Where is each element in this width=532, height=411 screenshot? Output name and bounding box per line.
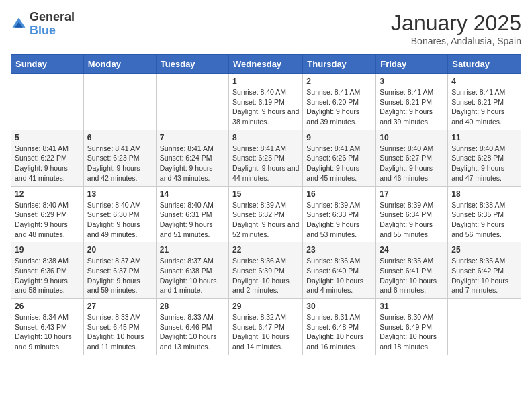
calendar-cell: 12Sunrise: 8:40 AM Sunset: 6:29 PM Dayli… [11, 186, 84, 242]
page-header: General Blue January 2025 Bonares, Andal… [11, 11, 521, 46]
day-info: Sunrise: 8:35 AM Sunset: 6:42 PM Dayligh… [451, 256, 517, 295]
logo-icon [11, 16, 27, 32]
weekday-header: Friday [376, 55, 448, 74]
day-info: Sunrise: 8:36 AM Sunset: 6:39 PM Dayligh… [232, 256, 299, 295]
weekday-header: Saturday [448, 55, 521, 74]
day-info: Sunrise: 8:41 AM Sunset: 6:20 PM Dayligh… [306, 87, 372, 127]
day-number: 12 [15, 189, 80, 199]
day-info: Sunrise: 8:40 AM Sunset: 6:31 PM Dayligh… [160, 200, 225, 240]
calendar-cell [156, 74, 228, 130]
day-number: 10 [380, 133, 444, 142]
calendar-cell: 4Sunrise: 8:41 AM Sunset: 6:21 PM Daylig… [448, 74, 521, 130]
day-number: 26 [15, 302, 80, 311]
day-info: Sunrise: 8:39 AM Sunset: 6:32 PM Dayligh… [232, 200, 299, 240]
calendar-week-row: 26Sunrise: 8:34 AM Sunset: 6:43 PM Dayli… [11, 299, 521, 355]
day-info: Sunrise: 8:38 AM Sunset: 6:36 PM Dayligh… [15, 256, 80, 295]
day-info: Sunrise: 8:31 AM Sunset: 6:48 PM Dayligh… [306, 312, 372, 352]
day-info: Sunrise: 8:40 AM Sunset: 6:29 PM Dayligh… [15, 200, 80, 240]
day-number: 5 [15, 133, 80, 142]
calendar-cell: 27Sunrise: 8:33 AM Sunset: 6:45 PM Dayli… [83, 299, 156, 355]
calendar-cell: 24Sunrise: 8:35 AM Sunset: 6:41 PM Dayli… [376, 242, 448, 299]
day-number: 3 [380, 77, 444, 86]
logo-text: General Blue [30, 11, 75, 38]
day-number: 1 [232, 77, 299, 86]
day-info: Sunrise: 8:37 AM Sunset: 6:38 PM Dayligh… [160, 256, 225, 295]
title-block: January 2025 Bonares, Andalusia, Spain [391, 11, 521, 46]
day-info: Sunrise: 8:41 AM Sunset: 6:26 PM Dayligh… [306, 144, 372, 183]
calendar-cell: 6Sunrise: 8:41 AM Sunset: 6:23 PM Daylig… [83, 130, 156, 186]
month-title: January 2025 [391, 11, 521, 36]
logo: General Blue [11, 11, 75, 38]
calendar-cell: 26Sunrise: 8:34 AM Sunset: 6:43 PM Dayli… [11, 299, 84, 355]
day-number: 11 [451, 133, 517, 142]
weekday-header: Tuesday [156, 55, 228, 74]
location: Bonares, Andalusia, Spain [391, 36, 521, 46]
calendar-week-row: 1Sunrise: 8:40 AM Sunset: 6:19 PM Daylig… [11, 74, 521, 130]
calendar-cell [83, 74, 156, 130]
day-number: 8 [232, 133, 299, 142]
day-number: 18 [451, 189, 517, 199]
weekday-header-row: SundayMondayTuesdayWednesdayThursdayFrid… [11, 55, 521, 74]
calendar-week-row: 19Sunrise: 8:38 AM Sunset: 6:36 PM Dayli… [11, 242, 521, 299]
day-info: Sunrise: 8:41 AM Sunset: 6:24 PM Dayligh… [160, 144, 225, 183]
calendar-cell: 8Sunrise: 8:41 AM Sunset: 6:25 PM Daylig… [229, 130, 303, 186]
calendar-cell: 18Sunrise: 8:38 AM Sunset: 6:35 PM Dayli… [448, 186, 521, 242]
day-info: Sunrise: 8:40 AM Sunset: 6:30 PM Dayligh… [87, 200, 152, 240]
day-info: Sunrise: 8:41 AM Sunset: 6:21 PM Dayligh… [451, 87, 517, 127]
calendar-cell: 25Sunrise: 8:35 AM Sunset: 6:42 PM Dayli… [448, 242, 521, 299]
calendar-cell: 16Sunrise: 8:39 AM Sunset: 6:33 PM Dayli… [303, 186, 376, 242]
calendar-cell: 7Sunrise: 8:41 AM Sunset: 6:24 PM Daylig… [156, 130, 228, 186]
calendar-cell: 22Sunrise: 8:36 AM Sunset: 6:39 PM Dayli… [229, 242, 303, 299]
day-info: Sunrise: 8:33 AM Sunset: 6:45 PM Dayligh… [87, 312, 152, 352]
day-number: 27 [87, 302, 152, 311]
calendar-cell: 13Sunrise: 8:40 AM Sunset: 6:30 PM Dayli… [83, 186, 156, 242]
day-info: Sunrise: 8:33 AM Sunset: 6:46 PM Dayligh… [160, 312, 225, 352]
day-info: Sunrise: 8:40 AM Sunset: 6:19 PM Dayligh… [232, 87, 299, 127]
calendar-cell: 21Sunrise: 8:37 AM Sunset: 6:38 PM Dayli… [156, 242, 228, 299]
day-number: 23 [306, 245, 372, 255]
day-info: Sunrise: 8:41 AM Sunset: 6:22 PM Dayligh… [15, 144, 80, 183]
day-number: 4 [451, 77, 517, 86]
day-number: 2 [306, 77, 372, 86]
day-number: 28 [160, 302, 225, 311]
day-number: 17 [380, 189, 444, 199]
day-number: 20 [87, 245, 152, 255]
calendar-week-row: 5Sunrise: 8:41 AM Sunset: 6:22 PM Daylig… [11, 130, 521, 186]
day-info: Sunrise: 8:32 AM Sunset: 6:47 PM Dayligh… [232, 312, 299, 352]
calendar-cell [11, 74, 84, 130]
calendar-cell: 29Sunrise: 8:32 AM Sunset: 6:47 PM Dayli… [229, 299, 303, 355]
day-number: 22 [232, 245, 299, 255]
calendar-cell: 19Sunrise: 8:38 AM Sunset: 6:36 PM Dayli… [11, 242, 84, 299]
calendar-cell: 11Sunrise: 8:40 AM Sunset: 6:28 PM Dayli… [448, 130, 521, 186]
calendar-cell [448, 299, 521, 355]
day-number: 25 [451, 245, 517, 255]
day-number: 19 [15, 245, 80, 255]
calendar-cell: 10Sunrise: 8:40 AM Sunset: 6:27 PM Dayli… [376, 130, 448, 186]
day-number: 29 [232, 302, 299, 311]
day-number: 7 [160, 133, 225, 142]
calendar-cell: 17Sunrise: 8:39 AM Sunset: 6:34 PM Dayli… [376, 186, 448, 242]
calendar-cell: 5Sunrise: 8:41 AM Sunset: 6:22 PM Daylig… [11, 130, 84, 186]
day-info: Sunrise: 8:34 AM Sunset: 6:43 PM Dayligh… [15, 312, 80, 352]
calendar-cell: 28Sunrise: 8:33 AM Sunset: 6:46 PM Dayli… [156, 299, 228, 355]
day-info: Sunrise: 8:39 AM Sunset: 6:33 PM Dayligh… [306, 200, 372, 240]
calendar-cell: 14Sunrise: 8:40 AM Sunset: 6:31 PM Dayli… [156, 186, 228, 242]
calendar-cell: 1Sunrise: 8:40 AM Sunset: 6:19 PM Daylig… [229, 74, 303, 130]
calendar-cell: 3Sunrise: 8:41 AM Sunset: 6:21 PM Daylig… [376, 74, 448, 130]
day-info: Sunrise: 8:40 AM Sunset: 6:27 PM Dayligh… [380, 144, 444, 183]
calendar-cell: 9Sunrise: 8:41 AM Sunset: 6:26 PM Daylig… [303, 130, 376, 186]
calendar-cell: 2Sunrise: 8:41 AM Sunset: 6:20 PM Daylig… [303, 74, 376, 130]
calendar-cell: 15Sunrise: 8:39 AM Sunset: 6:32 PM Dayli… [229, 186, 303, 242]
day-number: 14 [160, 189, 225, 199]
weekday-header: Monday [83, 55, 156, 74]
day-number: 9 [306, 133, 372, 142]
day-number: 6 [87, 133, 152, 142]
day-info: Sunrise: 8:30 AM Sunset: 6:49 PM Dayligh… [380, 312, 444, 352]
day-info: Sunrise: 8:41 AM Sunset: 6:21 PM Dayligh… [380, 87, 444, 127]
calendar-week-row: 12Sunrise: 8:40 AM Sunset: 6:29 PM Dayli… [11, 186, 521, 242]
weekday-header: Wednesday [229, 55, 303, 74]
calendar-cell: 23Sunrise: 8:36 AM Sunset: 6:40 PM Dayli… [303, 242, 376, 299]
day-info: Sunrise: 8:35 AM Sunset: 6:41 PM Dayligh… [380, 256, 444, 295]
day-number: 13 [87, 189, 152, 199]
day-number: 15 [232, 189, 299, 199]
